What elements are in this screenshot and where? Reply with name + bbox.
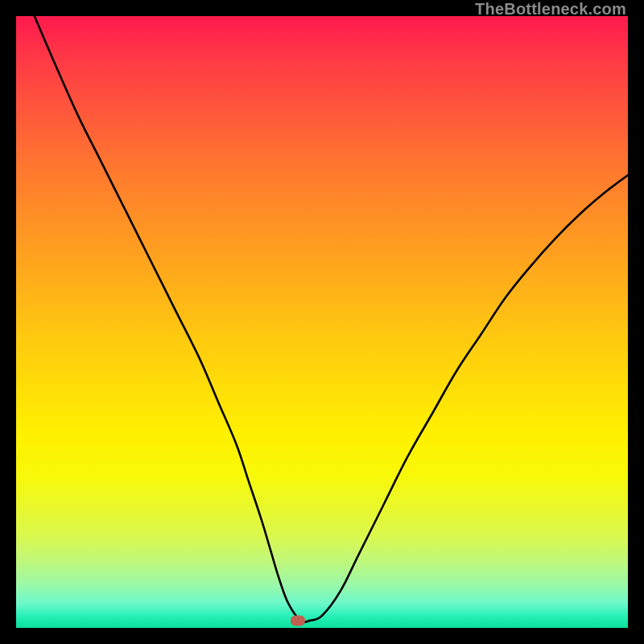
optimal-point-marker [291, 615, 305, 625]
bottleneck-curve [16, 16, 628, 628]
chart-frame: TheBottleneck.com [0, 0, 644, 644]
plot-area [16, 16, 628, 628]
watermark-text: TheBottleneck.com [475, 0, 626, 19]
